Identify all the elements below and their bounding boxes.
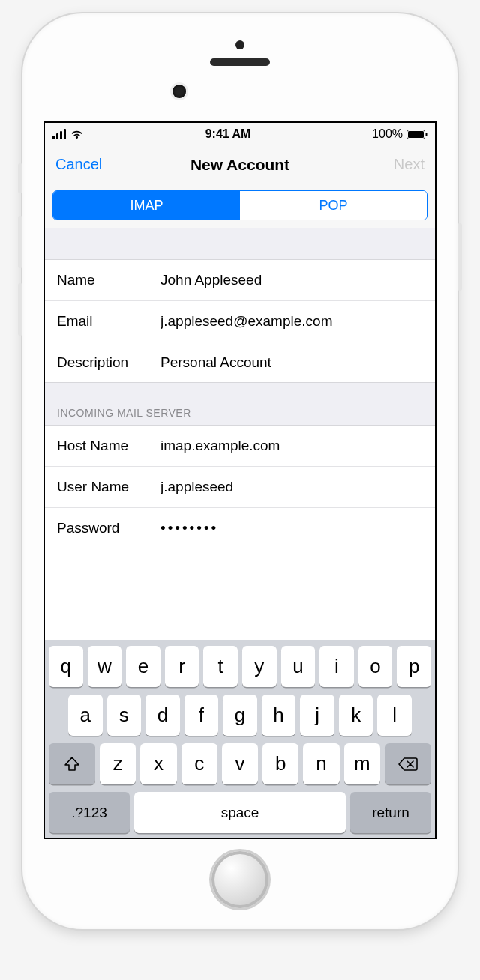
wifi-icon	[70, 129, 84, 139]
key-v[interactable]: v	[222, 743, 258, 784]
key-n[interactable]: n	[303, 743, 339, 784]
incoming-mail-server-header: INCOMING MAIL SERVER	[57, 407, 191, 419]
kb-row-1: q w e r t y u i o p	[49, 646, 431, 687]
account-type-segmented-wrap: IMAP POP	[45, 184, 435, 228]
nav-bar: Cancel New Account Next	[45, 145, 435, 184]
incoming-server-group: Host Name User Name Password	[45, 425, 435, 548]
kb-row-2: a s d f g h j k l	[49, 695, 431, 736]
key-t[interactable]: t	[203, 646, 238, 687]
key-u[interactable]: u	[281, 646, 316, 687]
segment-imap[interactable]: IMAP	[53, 191, 240, 220]
front-camera	[172, 85, 186, 98]
incoming-header-gap: INCOMING MAIL SERVER	[45, 383, 435, 425]
name-cell[interactable]: Name	[45, 259, 435, 300]
key-f[interactable]: f	[184, 695, 219, 736]
return-key[interactable]: return	[350, 792, 431, 833]
name-label: Name	[57, 272, 160, 288]
key-a[interactable]: a	[68, 695, 103, 736]
backspace-key[interactable]	[385, 743, 431, 784]
description-cell[interactable]: Description	[45, 342, 435, 383]
username-label: User Name	[57, 479, 160, 495]
key-m[interactable]: m	[344, 743, 380, 784]
svg-rect-1	[408, 131, 424, 138]
key-g[interactable]: g	[223, 695, 257, 736]
key-z[interactable]: z	[100, 743, 136, 784]
onscreen-keyboard: q w e r t y u i o p a s d f g h j k l	[45, 640, 435, 838]
account-type-segmented: IMAP POP	[52, 190, 428, 220]
name-field[interactable]	[160, 272, 423, 288]
email-label: Email	[57, 313, 160, 330]
page-title: New Account	[190, 156, 290, 174]
hostname-field[interactable]	[160, 438, 423, 454]
key-c[interactable]: c	[182, 743, 218, 784]
hostname-label: Host Name	[57, 438, 160, 454]
earpiece-speaker	[210, 58, 270, 66]
key-d[interactable]: d	[146, 695, 180, 736]
segment-pop[interactable]: POP	[240, 191, 427, 220]
key-y[interactable]: y	[242, 646, 277, 687]
cancel-button[interactable]: Cancel	[56, 156, 130, 173]
key-l[interactable]: l	[377, 695, 412, 736]
proximity-sensor	[236, 40, 244, 49]
key-e[interactable]: e	[126, 646, 160, 687]
key-i[interactable]: i	[320, 646, 354, 687]
username-cell[interactable]: User Name	[45, 466, 435, 507]
shift-icon	[63, 755, 81, 773]
kb-row-4: .?123 space return	[49, 792, 431, 833]
key-x[interactable]: x	[140, 743, 176, 784]
description-field[interactable]	[160, 354, 423, 371]
email-field[interactable]	[160, 313, 423, 330]
key-j[interactable]: j	[300, 695, 334, 736]
numbers-key[interactable]: .?123	[49, 792, 130, 833]
section-gap	[45, 228, 435, 259]
iphone-device-frame: 9:41 AM 100% Cancel New Account Next IMA…	[22, 13, 458, 929]
cell-signal-icon	[52, 129, 66, 139]
email-cell[interactable]: Email	[45, 300, 435, 342]
hostname-cell[interactable]: Host Name	[45, 425, 435, 466]
battery-percentage: 100%	[372, 127, 403, 141]
next-button[interactable]: Next	[350, 156, 424, 173]
password-label: Password	[57, 520, 160, 536]
description-label: Description	[57, 354, 160, 371]
space-key[interactable]: space	[134, 792, 346, 833]
backspace-icon	[398, 756, 418, 772]
key-k[interactable]: k	[339, 695, 374, 736]
svg-rect-2	[426, 133, 428, 136]
volume-down-button	[18, 283, 22, 336]
username-field[interactable]	[160, 479, 423, 495]
key-b[interactable]: b	[262, 743, 298, 784]
home-button	[212, 851, 268, 908]
screen: 9:41 AM 100% Cancel New Account Next IMA…	[44, 121, 436, 839]
key-o[interactable]: o	[358, 646, 393, 687]
key-p[interactable]: p	[397, 646, 431, 687]
key-r[interactable]: r	[165, 646, 200, 687]
account-info-group: Name Email Description	[45, 259, 435, 383]
shift-key[interactable]	[49, 743, 95, 784]
key-s[interactable]: s	[107, 695, 142, 736]
power-button	[458, 223, 462, 291]
key-w[interactable]: w	[88, 646, 122, 687]
battery-icon	[406, 130, 428, 139]
volume-up-button	[18, 216, 22, 268]
status-time: 9:41 AM	[206, 127, 251, 141]
password-cell[interactable]: Password	[45, 507, 435, 548]
key-q[interactable]: q	[49, 646, 83, 687]
mute-switch	[18, 163, 22, 193]
key-h[interactable]: h	[262, 695, 296, 736]
status-bar: 9:41 AM 100%	[45, 123, 435, 145]
password-field[interactable]	[160, 520, 423, 536]
kb-row-3: z x c v b n m	[49, 743, 431, 784]
